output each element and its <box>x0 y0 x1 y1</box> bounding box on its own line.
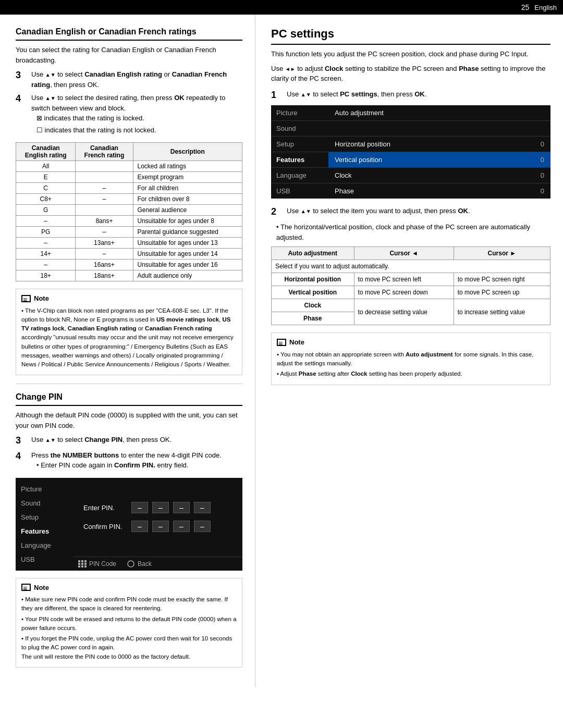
back-button[interactable]: Back <box>127 560 152 567</box>
pc-menu-vpos: Vertical position 0 <box>328 152 550 167</box>
pin-note-header: Note <box>21 583 237 593</box>
step2-num: 2 <box>271 206 284 218</box>
step4-pin-content: Press the NUMBER buttons to enter the ne… <box>31 450 242 475</box>
canadian-english-rating-label: Canadian English rating <box>84 70 162 78</box>
hpos-left-action: to move PC screen left <box>354 273 454 286</box>
pc-menu-sound: Sound <box>271 121 328 136</box>
step3-pin: 3 Use to select Change PIN, then press O… <box>16 435 242 447</box>
pc-menu-clock: Clock 0 <box>328 168 550 183</box>
pin-bottom-bar: PIN Code Back <box>73 557 242 571</box>
confirm-dot-1[interactable]: – <box>131 521 148 532</box>
svg-point-9 <box>128 561 134 567</box>
pin-note-icon <box>21 584 31 591</box>
note-icon <box>21 295 31 302</box>
clock-menu-label: Clock <box>335 171 352 179</box>
svg-rect-1 <box>81 560 83 562</box>
grid-icon <box>78 560 87 567</box>
step2-content: Use to select the item you want to adjus… <box>287 206 550 216</box>
pc-menu-auto-adjustment: Auto adjustment <box>328 105 550 120</box>
pc-settings-select-label: PC settings <box>340 90 377 98</box>
up-arrow3-icon <box>45 436 51 443</box>
change-pin-section: Change PIN Although the default PIN code… <box>16 392 242 668</box>
pin-code-button[interactable]: PIN Code <box>78 560 116 567</box>
pc-note-item1: You may not obtain an appropriate screen… <box>277 350 545 368</box>
change-pin-intro: Although the default PIN code (0000) is … <box>16 410 242 430</box>
ok-label2: OK <box>414 90 425 98</box>
step4-canadian: 4 Use to select the desired rating, then… <box>16 93 242 139</box>
step2-pc: 2 Use to select the item you want to adj… <box>271 206 550 218</box>
step3-pin-num: 3 <box>16 435 28 447</box>
cursor-col3-header: Cursor ► <box>454 247 550 260</box>
down-arrow5-icon <box>306 207 311 215</box>
pc-menu-row-setup: Setup Horizontal position 0 <box>271 137 550 152</box>
vpos-val: 0 <box>541 156 544 164</box>
change-pin-label: Change PIN <box>84 436 123 443</box>
top-bar: 25 English <box>0 0 563 15</box>
vpos-row-label: Vertical position <box>272 286 354 299</box>
step4-pin-num: 4 <box>16 450 28 462</box>
pin-menu-picture: Picture <box>16 482 73 496</box>
note-item: The V-Chip can block non rated programs … <box>21 306 237 369</box>
up-arrow5-icon <box>301 207 306 215</box>
back-label: Back <box>138 560 152 567</box>
pin-dot-1[interactable]: – <box>131 502 148 513</box>
clock-left-action: to decrease setting value <box>354 299 454 325</box>
phase-row-label: Phase <box>272 312 354 325</box>
pin-dot-3[interactable]: – <box>173 502 190 513</box>
left-arrow-icon <box>285 65 290 72</box>
up-arrow-icon <box>45 70 51 78</box>
table-row: Vertical position to move PC screen down… <box>272 286 550 299</box>
pin-dot-2[interactable]: – <box>152 502 169 513</box>
confirm-dot-2[interactable]: – <box>152 521 169 532</box>
hpos-right-action: to move PC screen right <box>454 273 550 286</box>
pin-note-box: Note Make sure new PIN code and confirm … <box>16 578 242 668</box>
enter-pin-label: Enter PIN. <box>83 504 125 512</box>
auto-adjust-bullet: The horizontal/vertical position, clock … <box>276 222 550 242</box>
number-buttons-label: the NUMBER buttons <box>51 451 119 459</box>
svg-rect-3 <box>78 563 80 565</box>
clock-row-label: Clock <box>272 299 354 312</box>
table-row: C8+–For children over 8 <box>16 194 242 205</box>
ratings-table: CanadianEnglish rating CanadianFrench ra… <box>16 142 242 281</box>
ratings-note-box: Note The V-Chip can block non rated prog… <box>16 289 242 375</box>
svg-rect-2 <box>84 560 87 562</box>
svg-rect-4 <box>81 563 83 565</box>
pc-menu-language: Language <box>271 168 328 183</box>
svg-rect-8 <box>84 565 87 567</box>
pin-note-item1: Make sure new PIN code and confirm PIN c… <box>21 595 237 613</box>
language-label: English <box>534 4 557 11</box>
pin-menu-sound: Sound <box>16 496 73 510</box>
confirm-dot-4[interactable]: – <box>194 521 211 532</box>
confirm-dot-3[interactable]: – <box>173 521 190 532</box>
pin-note-label: Note <box>34 583 49 593</box>
pc-note-list: You may not obtain an appropriate screen… <box>277 350 545 379</box>
table-row: 14+–Unsuitable for ages under 14 <box>16 249 242 260</box>
step1-num: 1 <box>271 89 284 101</box>
pin-dot-4[interactable]: – <box>194 502 211 513</box>
cursor-table: Auto adjustment Cursor ◄ Cursor ► Select… <box>271 246 550 325</box>
hpos-row-label: Horizontal position <box>272 273 354 286</box>
table-row: 18+18ans+Adult audience only <box>16 270 242 281</box>
pin-code-label: PIN Code <box>89 560 116 567</box>
pc-menu-phase: Phase 0 <box>328 183 550 199</box>
clock-val: 0 <box>541 171 544 179</box>
pc-menu-mock: Picture Auto adjustment Sound Setup Hori… <box>271 105 550 199</box>
confirm-pin-row: Confirm PIN. – – – – <box>83 521 232 532</box>
clock-right-action: to increase setting value <box>454 299 550 325</box>
enter-pin-row: Enter PIN. – – – – <box>83 502 232 513</box>
pc-note-box: Note You may not obtain an appropriate s… <box>271 332 550 385</box>
step4-pin: 4 Press the NUMBER buttons to enter the … <box>16 450 242 475</box>
page-number: 25 <box>521 3 530 11</box>
pin-note-list: Make sure new PIN code and confirm PIN c… <box>21 595 237 661</box>
step3-number: 3 <box>16 69 28 81</box>
pc-menu-row-language: Language Clock 0 <box>271 168 550 183</box>
cursor-col2-header: Cursor ◄ <box>354 247 454 260</box>
clock-label: Clock <box>325 65 343 72</box>
left-column: Canadian English or Canadian French rati… <box>0 15 255 687</box>
auto-adj-cell: Select if you want to adjust automatical… <box>272 260 550 273</box>
pc-menu-hpos: Horizontal position 0 <box>328 137 550 152</box>
table-row: AllLocked all ratings <box>16 161 242 172</box>
hpos-label: Horizontal position <box>335 140 390 148</box>
table-row: EExempt program <box>16 172 242 183</box>
note-label: Note <box>34 293 49 304</box>
